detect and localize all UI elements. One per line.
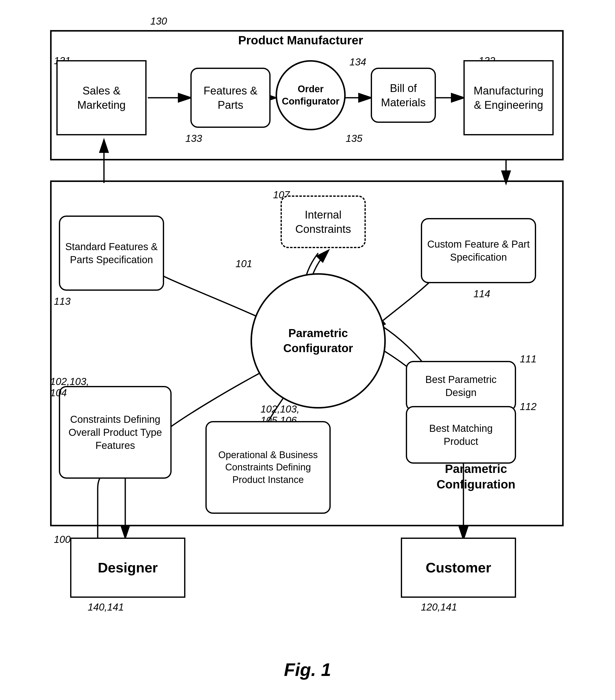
internal-constraints-node: Internal Constraints: [281, 196, 366, 248]
custom-feature-node: Custom Feature & Part Specification: [421, 218, 536, 283]
order-configurator-node: Order Configurator: [276, 60, 346, 130]
ref-114: 114: [473, 288, 490, 300]
manufacturing-node: Manufacturing & Engineering: [463, 60, 554, 135]
ref-134: 134: [349, 57, 366, 68]
ref-120-141: 120,141: [421, 601, 457, 613]
best-parametric-design-node: Best Parametric Design: [406, 361, 516, 411]
parametric-configurator-node: Parametric Configurator: [251, 273, 386, 409]
constraints-defining-node: Constraints Defining Overall Product Typ…: [59, 386, 171, 479]
parametric-config-label: Parametric Configuration: [413, 461, 539, 492]
fig-label: Fig. 1: [284, 659, 331, 680]
ref-133: 133: [185, 133, 202, 144]
ref-140-141: 140,141: [88, 601, 124, 613]
bill-of-materials-node: Bill of Materials: [371, 68, 436, 123]
customer-node: Customer: [401, 538, 516, 598]
operational-constraints-node: Operational & Business Constraints Defin…: [205, 421, 331, 514]
ref-112: 112: [520, 401, 537, 412]
standard-features-node: Standard Features & Parts Specification: [59, 215, 164, 291]
ref-130: 130: [150, 15, 167, 27]
ref-135: 135: [346, 133, 362, 144]
sales-marketing-node: Sales & Marketing: [56, 60, 146, 135]
manufacturer-title: Product Manufacturer: [213, 33, 388, 48]
ref-111: 111: [520, 353, 537, 365]
designer-node: Designer: [70, 538, 185, 598]
ref-100: 100: [54, 534, 71, 545]
ref-113: 113: [54, 296, 71, 307]
best-matching-product-node: Best Matching Product: [406, 406, 516, 464]
ref-102-103-104: 102,103, 104: [50, 376, 89, 399]
features-parts-node: Features & Parts: [190, 68, 271, 128]
diagram-container: 130 Product Manufacturer 131 132 Sales &…: [0, 0, 615, 700]
ref-101: 101: [235, 258, 252, 270]
